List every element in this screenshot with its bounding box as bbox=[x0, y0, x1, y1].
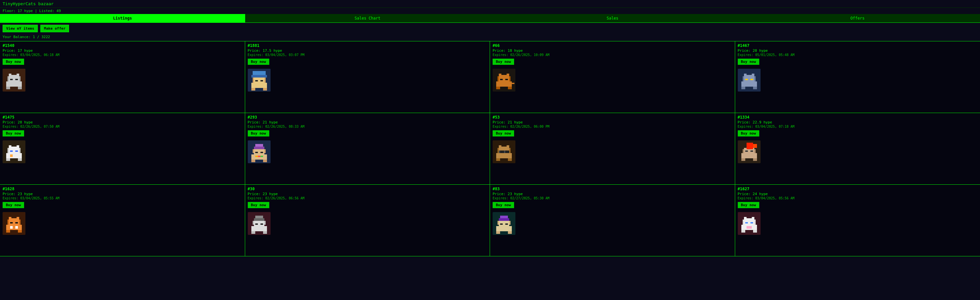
svg-rect-114 bbox=[261, 223, 263, 225]
svg-rect-26 bbox=[507, 73, 509, 76]
svg-rect-110 bbox=[254, 218, 264, 221]
svg-rect-39 bbox=[745, 79, 748, 80]
buy-button[interactable]: Buy now bbox=[3, 130, 24, 136]
svg-rect-82 bbox=[496, 158, 500, 161]
svg-rect-16 bbox=[255, 80, 258, 81]
svg-rect-128 bbox=[496, 231, 500, 234]
nav-tabs: Listings Sales Chart Sales Offers bbox=[0, 14, 980, 23]
item-image bbox=[493, 69, 515, 91]
tab-listings[interactable]: Listings bbox=[0, 14, 245, 22]
item-price: Price: 21 hype bbox=[493, 120, 732, 124]
svg-rect-139 bbox=[746, 226, 752, 229]
svg-rect-49 bbox=[17, 145, 19, 148]
svg-rect-48 bbox=[9, 145, 11, 148]
svg-rect-104 bbox=[10, 226, 13, 229]
svg-rect-124 bbox=[500, 223, 503, 225]
svg-rect-105 bbox=[15, 226, 18, 229]
item-id: #1627 bbox=[738, 187, 978, 191]
svg-rect-60 bbox=[253, 149, 254, 153]
item-expires: Expires: 02/26/2025, 06:00 PM bbox=[493, 125, 732, 128]
buy-button[interactable]: Buy now bbox=[248, 202, 269, 208]
item-id: #293 bbox=[248, 115, 487, 120]
tab-offers[interactable]: Offers bbox=[735, 14, 980, 22]
svg-rect-98 bbox=[9, 217, 11, 220]
svg-rect-103 bbox=[6, 225, 22, 230]
svg-rect-30 bbox=[496, 81, 512, 87]
buy-button[interactable]: Buy now bbox=[493, 202, 514, 208]
svg-rect-131 bbox=[743, 220, 744, 225]
svg-rect-133 bbox=[744, 217, 746, 220]
svg-rect-54 bbox=[10, 155, 13, 157]
svg-rect-46 bbox=[8, 148, 9, 153]
svg-rect-100 bbox=[10, 222, 13, 223]
svg-rect-36 bbox=[754, 76, 756, 81]
item-cell: #1881 Price: 17.5 hype Expires: 03/04/20… bbox=[245, 41, 490, 113]
buy-button[interactable]: Buy now bbox=[3, 202, 24, 208]
svg-rect-96 bbox=[8, 220, 9, 225]
item-price: Price: 20 hype bbox=[3, 120, 242, 124]
item-price: Price: 23 hype bbox=[493, 192, 732, 196]
buy-button[interactable]: Buy now bbox=[738, 202, 759, 208]
svg-rect-135 bbox=[745, 222, 748, 223]
svg-rect-113 bbox=[255, 223, 258, 225]
svg-rect-78 bbox=[499, 150, 500, 153]
buy-button[interactable]: Buy now bbox=[493, 59, 514, 65]
app-title: TinyHyperCats bazaar bbox=[0, 0, 980, 8]
item-image bbox=[248, 69, 270, 91]
svg-rect-40 bbox=[751, 79, 753, 80]
buy-button[interactable]: Buy now bbox=[248, 59, 269, 65]
svg-rect-5 bbox=[10, 79, 13, 80]
item-id: #30 bbox=[248, 187, 487, 191]
svg-rect-37 bbox=[744, 73, 746, 76]
svg-rect-79 bbox=[504, 150, 505, 153]
action-buttons: View mY items Make offer bbox=[0, 23, 980, 34]
svg-rect-20 bbox=[251, 88, 255, 91]
buy-button[interactable]: Buy now bbox=[738, 59, 759, 65]
item-image bbox=[248, 212, 270, 235]
item-image bbox=[3, 69, 25, 91]
svg-rect-53 bbox=[6, 153, 22, 158]
item-price: Price: 17.5 hype bbox=[248, 48, 487, 53]
item-expires: Expires: 03/04/2025, 06:18 AM bbox=[3, 53, 242, 57]
svg-rect-10 bbox=[18, 87, 22, 89]
item-image bbox=[738, 69, 760, 91]
floor-info: Floor: 17 hype | Listed: 49 bbox=[0, 8, 980, 14]
svg-rect-101 bbox=[15, 222, 18, 223]
svg-rect-63 bbox=[261, 152, 263, 153]
tab-sales[interactable]: Sales bbox=[490, 14, 735, 22]
svg-rect-62 bbox=[255, 152, 258, 153]
svg-rect-88 bbox=[754, 149, 756, 153]
svg-rect-50 bbox=[10, 150, 13, 152]
buy-button[interactable]: Buy now bbox=[738, 130, 759, 136]
svg-rect-90 bbox=[751, 150, 753, 152]
tab-sales-chart[interactable]: Sales Chart bbox=[245, 14, 490, 22]
make-offer-button[interactable]: Make offer bbox=[40, 25, 69, 32]
svg-rect-74 bbox=[499, 145, 501, 148]
buy-button[interactable]: Buy now bbox=[248, 130, 269, 136]
item-expires: Expires: 03/04/2025, 03:07 PM bbox=[248, 53, 487, 57]
svg-rect-1 bbox=[8, 76, 9, 81]
balance-info: Your Balance: 1 / 3222 bbox=[0, 34, 980, 41]
item-price: Price: 18 hype bbox=[493, 48, 732, 53]
item-id: #1628 bbox=[3, 187, 242, 191]
svg-rect-106 bbox=[6, 230, 10, 233]
item-expires: Expires: 03/04/2025, 07:18 AM bbox=[738, 125, 978, 128]
svg-rect-14 bbox=[253, 78, 254, 83]
item-id: #1334 bbox=[738, 115, 978, 120]
svg-rect-56 bbox=[18, 158, 22, 161]
item-id: #53 bbox=[493, 115, 732, 120]
svg-rect-85 bbox=[746, 143, 753, 149]
svg-rect-140 bbox=[741, 230, 745, 233]
item-id: #83 bbox=[493, 187, 732, 191]
item-expires: Expires: 02/26/2025, 07:50 AM bbox=[3, 125, 242, 128]
svg-rect-118 bbox=[263, 231, 267, 234]
buy-button[interactable]: Buy now bbox=[3, 59, 24, 65]
view-items-button[interactable]: View mY items bbox=[3, 25, 38, 32]
svg-rect-94 bbox=[753, 158, 757, 161]
svg-rect-23 bbox=[498, 76, 499, 81]
item-cell: #1627 Price: 24 hype Expires: 03/04/2025… bbox=[735, 185, 980, 256]
item-cell: #30 Price: 23 hype Expires: 02/26/2025, … bbox=[245, 185, 490, 256]
item-expires: Expires: 02/26/2025, 06:56 AM bbox=[248, 196, 487, 200]
buy-button[interactable]: Buy now bbox=[493, 130, 514, 136]
svg-rect-51 bbox=[15, 150, 18, 152]
